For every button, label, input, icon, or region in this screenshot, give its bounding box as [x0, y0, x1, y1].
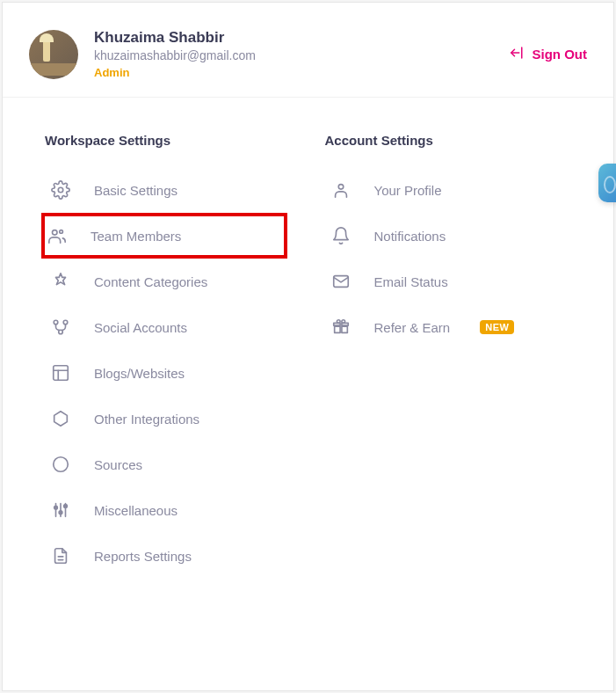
hexagon-icon	[50, 408, 71, 429]
pin-icon	[50, 271, 71, 292]
menu-item-sources[interactable]: Sources	[45, 441, 308, 487]
user-icon	[330, 179, 351, 201]
menu-item-refer-earn[interactable]: Refer & Earn NEW	[325, 304, 588, 350]
menu-label: Refer & Earn	[374, 320, 451, 335]
user-name: Khuzaima Shabbir	[94, 29, 256, 47]
svg-point-10	[54, 457, 69, 472]
user-role-badge: Admin	[94, 66, 256, 79]
user-block: Khuzaima Shabbir khuzaimashabbir@gmail.c…	[29, 29, 256, 79]
menu-item-miscellaneous[interactable]: Miscellaneous	[45, 487, 308, 533]
menu-label: Email Status	[374, 274, 448, 289]
menu-item-content-categories[interactable]: Content Categories	[45, 259, 308, 304]
menu-label: Miscellaneous	[94, 503, 178, 518]
header: Khuzaima Shabbir khuzaimashabbir@gmail.c…	[3, 3, 613, 98]
gift-icon	[330, 317, 351, 338]
menu-item-reports-settings[interactable]: Reports Settings	[45, 533, 308, 579]
menu-label: Basic Settings	[94, 183, 178, 198]
svg-point-25	[337, 320, 340, 324]
svg-point-1	[53, 230, 58, 236]
menu-item-other-integrations[interactable]: Other Integrations	[45, 396, 308, 441]
menu-item-basic-settings[interactable]: Basic Settings	[45, 167, 308, 213]
sign-out-button[interactable]: Sign Out	[508, 45, 588, 63]
menu-label: Team Members	[91, 229, 181, 244]
svg-point-0	[58, 187, 63, 193]
branch-icon	[50, 317, 71, 338]
sign-out-icon	[508, 45, 524, 63]
sign-out-label: Sign Out	[533, 47, 588, 62]
users-icon	[47, 225, 68, 246]
menu-item-email-status[interactable]: Email Status	[325, 259, 588, 304]
menu-item-your-profile[interactable]: Your Profile	[325, 167, 588, 213]
file-icon	[50, 545, 71, 566]
svg-point-15	[59, 511, 62, 514]
avatar[interactable]	[29, 30, 78, 79]
gear-icon	[50, 179, 71, 201]
svg-rect-22	[341, 326, 346, 332]
menu-label: Social Accounts	[94, 320, 187, 335]
user-info: Khuzaima Shabbir khuzaimashabbir@gmail.c…	[94, 29, 256, 79]
sliders-icon	[50, 500, 71, 521]
envelope-icon	[330, 271, 351, 292]
circle-icon	[50, 454, 71, 475]
menu-item-blogs-websites[interactable]: Blogs/Websites	[45, 350, 308, 396]
new-badge: NEW	[480, 320, 514, 334]
svg-point-2	[60, 230, 63, 234]
menu-label: Other Integrations	[94, 412, 199, 427]
menu-item-notifications[interactable]: Notifications	[325, 213, 588, 259]
bell-icon	[330, 225, 351, 246]
svg-marker-9	[54, 412, 68, 427]
menu-item-social-accounts[interactable]: Social Accounts	[45, 304, 308, 350]
svg-rect-21	[334, 326, 339, 332]
menu-label: Your Profile	[374, 183, 442, 198]
svg-point-26	[341, 320, 344, 324]
menu-item-team-members[interactable]: Team Members	[41, 213, 287, 259]
menu-label: Blogs/Websites	[94, 366, 185, 381]
menu-label: Notifications	[374, 229, 446, 244]
layout-icon	[50, 362, 71, 383]
settings-content: Workspace Settings Basic Settings Team M…	[3, 98, 613, 596]
account-settings-title: Account Settings	[325, 133, 588, 148]
menu-label: Sources	[94, 457, 142, 472]
menu-label: Content Categories	[94, 274, 207, 289]
menu-label: Reports Settings	[94, 549, 192, 564]
svg-point-19	[338, 185, 344, 190]
workspace-settings-column: Workspace Settings Basic Settings Team M…	[45, 133, 308, 579]
account-settings-column: Account Settings Your Profile Notificati…	[325, 133, 588, 579]
svg-rect-6	[54, 366, 69, 381]
svg-point-14	[54, 506, 58, 509]
user-email: khuzaimashabbir@gmail.com	[94, 48, 256, 62]
svg-point-16	[64, 505, 68, 508]
workspace-settings-title: Workspace Settings	[45, 133, 308, 148]
